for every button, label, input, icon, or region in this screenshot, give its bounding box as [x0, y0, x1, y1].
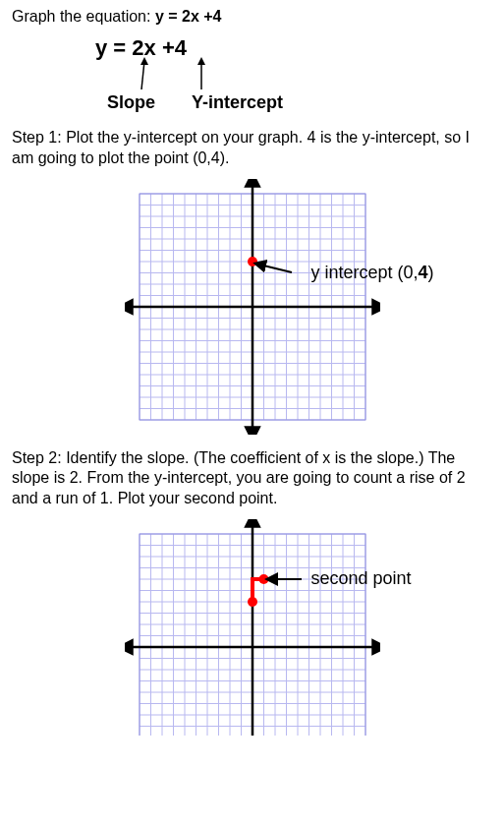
page-title: Graph the equation: y = 2x +4: [12, 8, 492, 26]
graph1-svg: [125, 179, 380, 435]
graph2-annotation: second point: [311, 568, 412, 589]
svg-marker-1: [140, 57, 148, 65]
svg-marker-3: [197, 57, 205, 65]
graph1-annotation: y intercept (0,4): [311, 263, 434, 283]
yintercept-label: Y-intercept: [192, 92, 283, 113]
graph2-svg: [125, 519, 380, 736]
graph1-annot-bold: 4: [419, 263, 428, 282]
equation-annotated: y = 2x +4 Slope Y-intercept: [95, 35, 492, 124]
graph1-wrap: y intercept (0,4): [12, 179, 492, 435]
step1-text: Step 1: Plot the y-intercept on your gra…: [12, 128, 492, 169]
svg-line-0: [141, 61, 144, 89]
title-prefix: Graph the equation:: [12, 8, 155, 25]
slope-label: Slope: [107, 92, 155, 113]
title-equation: y = 2x +4: [155, 8, 222, 25]
graph1-annot-suffix: ): [428, 263, 434, 282]
yintercept-point: [248, 257, 257, 266]
graph2-wrap: second point: [12, 519, 492, 736]
step2-text: Step 2: Identify the slope. (The coeffic…: [12, 448, 492, 509]
graph1-annot-prefix: y intercept (0,: [311, 263, 419, 282]
start-point: [248, 597, 257, 607]
second-point: [258, 574, 268, 584]
